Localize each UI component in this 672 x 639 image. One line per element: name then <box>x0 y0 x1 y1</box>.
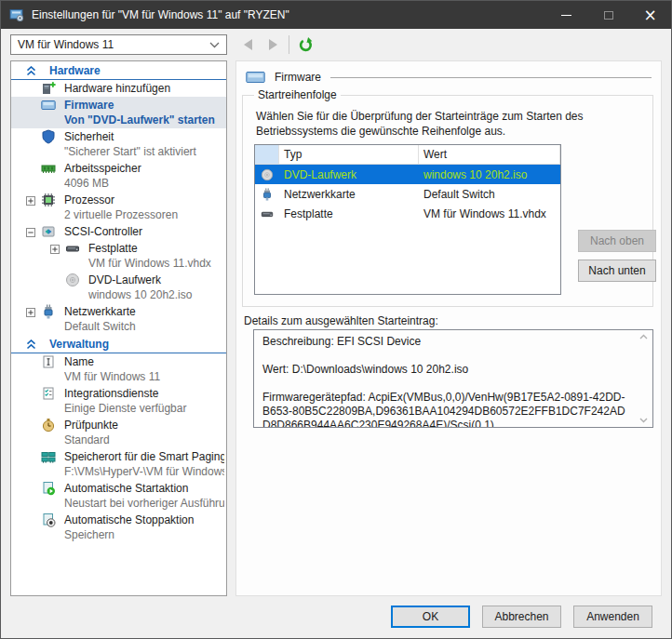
boot-entry-row[interactable]: Netzwerkkarte Default Switch <box>255 184 560 204</box>
cancel-button[interactable]: Abbrechen <box>482 606 561 628</box>
disc-icon <box>255 168 279 181</box>
name-icon <box>41 354 56 369</box>
column-header-typ[interactable]: Typ <box>279 145 419 164</box>
sidebar-item-name[interactable]: Name VM für Windows 11 <box>11 353 226 385</box>
sidebar-item-sub: Speichern <box>64 527 224 542</box>
scroll-down-icon[interactable] <box>639 418 648 423</box>
boot-table-header: Typ Wert <box>255 145 560 165</box>
sidebar-item-label: Name <box>64 354 224 369</box>
sidebar-item-label: Hardware hinzufügen <box>64 82 170 95</box>
back-button[interactable] <box>244 39 252 50</box>
sidebar-item-firmware[interactable]: Firmware Von "DVD-Laufwerk" starten <box>11 97 226 128</box>
sidebar-item-label: Netzwerkkarte <box>64 304 224 319</box>
network-adapter-icon <box>41 304 56 319</box>
sidebar-item-auto-start[interactable]: Automatische Startaktion Neustart bei vo… <box>11 480 226 512</box>
maximize-button[interactable] <box>587 1 629 29</box>
sidebar-item-integration-services[interactable]: Integrationsdienste Einige Dienste verfü… <box>11 385 226 417</box>
collapse-minus-icon[interactable] <box>26 228 35 237</box>
sidebar-section-management[interactable]: Verwaltung <box>11 335 226 353</box>
footer: OK Abbrechen Anwenden <box>1 599 671 638</box>
sidebar-item-label: Prozessor <box>64 193 224 207</box>
sidebar-item-checkpoints[interactable]: Prüfpunkte Standard <box>11 417 226 448</box>
sidebar-item-sub: Neustart bei vorheriger Ausführung <box>64 496 224 511</box>
boot-table-icon-column-header <box>255 145 279 164</box>
sidebar-item-label: Prüfpunkte <box>64 418 224 433</box>
shield-icon <box>41 129 56 144</box>
sidebar-item-sub: 4096 MB <box>64 176 224 191</box>
auto-stop-action-icon <box>41 513 56 527</box>
boot-entry-details: Beschreibung: EFI SCSI Device Wert: D:\D… <box>253 329 653 428</box>
toolbar: VM für Windows 11 <box>1 29 671 60</box>
sidebar-item-label: Firmware <box>64 98 224 113</box>
sidebar-item-label: Arbeitsspeicher <box>64 161 224 176</box>
sidebar-item-label: Speicherort für die Smart Paging-D... <box>64 449 224 464</box>
sidebar-item-smart-paging[interactable]: Speicherort für die Smart Paging-D... F:… <box>11 448 226 480</box>
ram-icon <box>41 161 56 176</box>
sidebar-item-label: Automatische Startaktion <box>64 481 224 496</box>
sidebar-item-label: Sicherheit <box>64 129 224 144</box>
sidebar-item-sub: Von "DVD-Laufwerk" starten <box>64 113 224 127</box>
minimize-icon <box>561 15 571 16</box>
sidebar-item-security[interactable]: Sicherheit "Sicherer Start" ist aktivier… <box>11 128 226 160</box>
sidebar-item-sub: Standard <box>64 433 224 447</box>
scroll-up-icon[interactable] <box>639 334 648 339</box>
boot-entry-wert: windows 10 20h2.iso <box>419 168 560 181</box>
boot-entry-typ: Festplatte <box>279 207 419 220</box>
auto-start-action-icon <box>41 481 56 496</box>
sidebar-item-memory[interactable]: Arbeitsspeicher 4096 MB <box>11 160 226 192</box>
sidebar-item-label: SCSI-Controller <box>64 225 142 238</box>
minimize-button[interactable] <box>545 1 587 29</box>
cpu-icon <box>41 193 56 207</box>
toolbar-separator <box>289 35 289 54</box>
vm-selector-value: VM für Windows 11 <box>18 38 114 51</box>
sidebar-section-hardware[interactable]: Hardware <box>11 61 226 80</box>
hyperv-settings-app-icon <box>9 7 24 22</box>
ok-button[interactable]: OK <box>391 606 470 628</box>
boot-entry-row[interactable]: DVD-Laufwerk windows 10 20h2.iso <box>255 165 560 184</box>
sidebar-item-scsi-controller[interactable]: SCSI-Controller <box>11 223 226 240</box>
collapse-chevron-icon <box>26 66 36 76</box>
sidebar-item-auto-stop[interactable]: Automatische Stoppaktion Speichern <box>11 512 226 543</box>
hard-drive-icon <box>255 207 279 220</box>
sidebar-item-label: Festplatte <box>88 241 224 256</box>
sidebar-item-sub: F:\VMs\HyperV-\VM für Windows 11 <box>64 464 224 479</box>
add-hardware-icon <box>41 81 56 96</box>
sidebar-item-add-hardware[interactable]: Hardware hinzufügen <box>11 80 226 97</box>
boot-entry-row[interactable]: Festplatte VM für Windows 11.vhdx <box>255 204 560 223</box>
disc-icon <box>65 273 80 287</box>
integration-services-icon <box>41 386 56 401</box>
header-rule <box>330 77 652 78</box>
hard-drive-icon <box>65 241 80 256</box>
sidebar-item-network-adapter[interactable]: Netzwerkkarte Default Switch <box>11 303 226 335</box>
move-up-button[interactable]: Nach oben <box>578 230 656 252</box>
apply-button[interactable]: Anwenden <box>573 606 652 628</box>
sidebar-item-dvd-drive[interactable]: DVD-Laufwerk windows 10 20h2.iso <box>11 272 226 303</box>
vm-selector[interactable]: VM für Windows 11 <box>10 34 227 55</box>
expand-plus-icon[interactable] <box>26 196 35 206</box>
settings-window: Einstellungen für "VM für Windows 11" au… <box>0 0 672 639</box>
firmware-icon <box>246 70 265 85</box>
sidebar-item-sub: Default Switch <box>64 319 224 334</box>
forward-icon <box>269 39 277 50</box>
forward-button[interactable] <box>269 39 277 50</box>
sidebar-item-processor[interactable]: Prozessor 2 virtuelle Prozessoren <box>11 192 226 223</box>
details-firmware-path: Firmwaregerätepfad: AcpiEx(VMBus,0,0)/Ve… <box>262 391 628 428</box>
close-button[interactable]: × <box>629 1 671 29</box>
refresh-button[interactable] <box>298 37 314 53</box>
boot-order-description: Wählen Sie für die Überprüfung der Start… <box>243 96 652 139</box>
chevron-down-icon <box>209 42 220 48</box>
move-down-button[interactable]: Nach unten <box>578 260 656 282</box>
firmware-icon <box>41 98 56 113</box>
details-scrollbar[interactable] <box>636 331 652 426</box>
pane-header: Firmware <box>236 61 661 85</box>
sidebar-item-sub: 2 virtuelle Prozessoren <box>64 207 224 222</box>
close-icon: × <box>643 7 656 23</box>
expand-plus-icon[interactable] <box>50 245 60 254</box>
boot-entry-wert: VM für Windows 11.vhdx <box>419 207 560 220</box>
details-value: Wert: D:\Downloads\windows 10 20h2.iso <box>262 363 628 377</box>
column-header-wert[interactable]: Wert <box>419 145 560 164</box>
stopwatch-icon <box>41 418 56 433</box>
collapse-chevron-icon <box>26 339 36 350</box>
sidebar-item-hard-drive[interactable]: Festplatte VM für Windows 11.vhdx <box>11 240 226 272</box>
expand-plus-icon[interactable] <box>26 308 35 317</box>
